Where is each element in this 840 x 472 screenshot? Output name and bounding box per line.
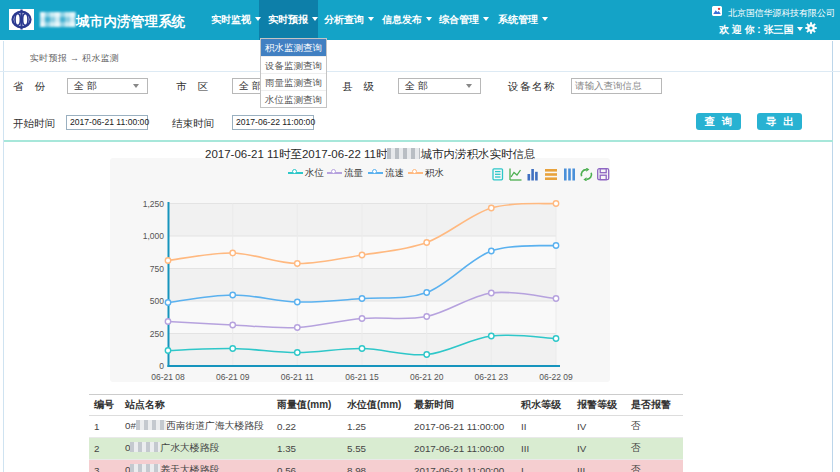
svg-text:500: 500 bbox=[150, 296, 164, 306]
svg-text:06-21 20: 06-21 20 bbox=[410, 372, 444, 382]
svg-text:06-21 23: 06-21 23 bbox=[475, 372, 509, 382]
svg-text:06-21 11: 06-21 11 bbox=[281, 372, 314, 382]
svg-text:06-21 15: 06-21 15 bbox=[345, 372, 379, 382]
svg-text:0: 0 bbox=[159, 361, 164, 371]
svg-text:1,000: 1,000 bbox=[143, 231, 165, 241]
svg-text:250: 250 bbox=[150, 329, 164, 339]
svg-text:06-21 08: 06-21 08 bbox=[151, 372, 185, 382]
svg-text:750: 750 bbox=[150, 264, 164, 274]
svg-text:1,250: 1,250 bbox=[143, 199, 165, 209]
svg-text:06-22 09: 06-22 09 bbox=[539, 372, 573, 382]
svg-text:06-21 09: 06-21 09 bbox=[216, 372, 250, 382]
